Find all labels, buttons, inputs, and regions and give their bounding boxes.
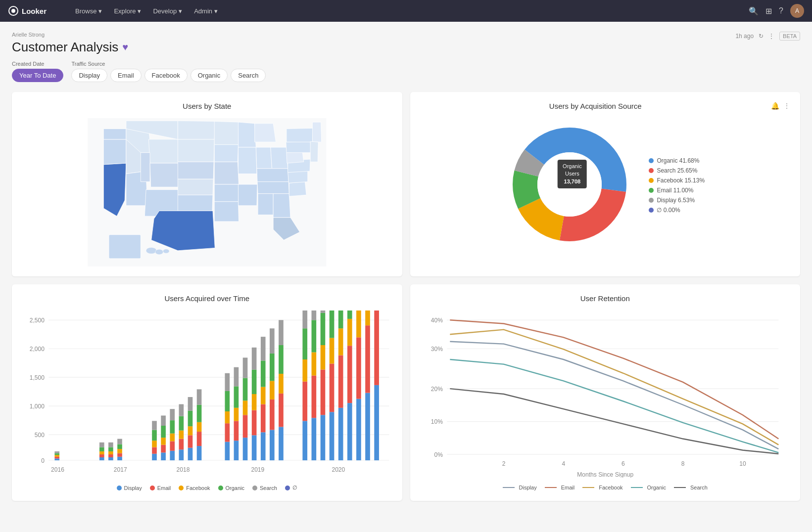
display-legend-dot (117, 486, 122, 490)
svg-rect-74 (99, 454, 104, 457)
user-avatar[interactable]: A (790, 4, 804, 18)
svg-text:2,000: 2,000 (30, 346, 45, 353)
svg-rect-135 (252, 394, 257, 410)
legend-facebook: Facebook 15.13% (649, 177, 705, 184)
grid-icon[interactable]: ⊞ (765, 6, 772, 16)
svg-rect-81 (108, 447, 113, 451)
users-by-state-card: Users by State (12, 92, 402, 276)
year-to-date-pill[interactable]: Year To Date (12, 69, 63, 82)
nav-admin[interactable]: Admin ▾ (189, 4, 223, 18)
svg-rect-72 (54, 451, 59, 453)
svg-text:40%: 40% (430, 317, 442, 324)
legend-display: Display (117, 485, 142, 491)
svg-rect-126 (234, 386, 239, 407)
svg-rect-156 (302, 328, 307, 359)
svg-text:2018: 2018 (177, 466, 190, 473)
legend-search: Search (252, 485, 277, 491)
user-retention-title: User Retention (420, 294, 791, 303)
svg-rect-152 (279, 320, 284, 345)
more-options-icon[interactable]: ⋮ (783, 102, 790, 110)
organic-pill[interactable]: Organic (191, 69, 228, 82)
svg-rect-128 (243, 438, 248, 460)
retention-facebook-label: Facebook (599, 485, 622, 490)
search-pill[interactable]: Search (231, 69, 266, 82)
display-pill[interactable]: Display (71, 69, 107, 82)
favorite-icon[interactable]: ♥ (122, 42, 128, 53)
svg-rect-95 (161, 438, 166, 444)
facebook-pill[interactable]: Facebook (144, 69, 188, 82)
email-pill[interactable]: Email (110, 69, 142, 82)
svg-rect-98 (170, 451, 175, 460)
svg-marker-21 (214, 121, 239, 144)
email-legend-label: Email (157, 485, 171, 491)
acquisition-chart-title: Users by Acquisition Source (420, 102, 771, 110)
chevron-down-icon: ▾ (98, 7, 102, 15)
null-legend-label: ∅ (292, 485, 297, 491)
svg-rect-162 (312, 310, 317, 320)
bell-icon[interactable]: 🔔 (771, 102, 779, 110)
retention-legend-facebook: Facebook (582, 485, 622, 490)
svg-rect-143 (270, 430, 275, 460)
svg-rect-172 (338, 408, 343, 460)
svg-text:6: 6 (621, 460, 625, 467)
svg-marker-29 (255, 124, 276, 142)
svg-rect-136 (252, 370, 257, 394)
organic-line-sample (631, 487, 643, 488)
svg-rect-131 (243, 378, 248, 400)
svg-rect-118 (225, 442, 230, 460)
svg-rect-119 (225, 423, 230, 442)
svg-marker-5 (103, 139, 126, 165)
navbar-logo[interactable]: Looker (8, 5, 47, 16)
svg-marker-17 (178, 162, 214, 179)
svg-rect-83 (117, 457, 122, 460)
svg-rect-100 (170, 434, 175, 442)
facebook-legend-label: Facebook (186, 485, 210, 491)
page-header: Arielle Strong Customer Analysis ♥ 1h ag… (12, 32, 800, 55)
svg-rect-149 (279, 394, 284, 427)
svg-marker-37 (289, 182, 306, 196)
svg-rect-138 (261, 432, 266, 460)
retention-legend: Display Email Facebook Organic Search (420, 485, 791, 490)
svg-rect-177 (347, 346, 352, 403)
search-icon[interactable]: 🔍 (749, 6, 759, 16)
svg-rect-103 (179, 449, 184, 460)
traffic-source-filter: Traffic Source Display Email Facebook Or… (71, 61, 266, 82)
nav-browse[interactable]: Browse ▾ (70, 4, 107, 18)
refresh-icon[interactable]: ↻ (759, 33, 764, 40)
legend-organic: Organic 41.68% (649, 157, 705, 164)
looker-logo-icon (8, 5, 19, 16)
donut-chart: OrganicUsers 13,708 (505, 120, 634, 251)
svg-text:2017: 2017 (114, 466, 127, 473)
svg-rect-187 (374, 310, 379, 385)
nav-develop[interactable]: Develop ▾ (148, 4, 187, 18)
line-chart-svg: 40% 30% 20% 10% 0% 2 4 6 8 10 (420, 310, 791, 478)
search-legend-label: Search (260, 485, 277, 491)
svg-marker-27 (238, 147, 257, 174)
svg-rect-178 (347, 319, 352, 346)
svg-rect-185 (365, 310, 370, 325)
tooltip-label: OrganicUsers (563, 163, 582, 178)
more-options-icon[interactable]: ⋮ (768, 33, 774, 40)
svg-rect-141 (261, 360, 266, 387)
svg-rect-155 (302, 359, 307, 382)
svg-text:2: 2 (502, 460, 505, 467)
navbar-left: Looker Browse ▾ Explore ▾ Develop ▾ Admi… (8, 4, 223, 18)
search-legend-dot (252, 486, 257, 490)
svg-rect-151 (279, 345, 284, 374)
svg-rect-71 (54, 453, 59, 455)
svg-rect-75 (99, 451, 104, 454)
svg-text:500: 500 (35, 432, 45, 439)
svg-text:2020: 2020 (332, 466, 345, 473)
svg-rect-174 (338, 328, 343, 355)
svg-rect-76 (99, 447, 104, 451)
svg-rect-181 (356, 337, 361, 399)
organic-label: Organic 41.68% (657, 157, 699, 164)
svg-marker-32 (257, 169, 288, 182)
svg-rect-99 (170, 441, 175, 450)
nav-explore[interactable]: Explore ▾ (109, 4, 146, 18)
chevron-down-icon: ▾ (138, 7, 141, 15)
svg-rect-85 (117, 449, 122, 453)
help-icon[interactable]: ? (779, 6, 783, 15)
donut-tooltip: OrganicUsers 13,708 (558, 160, 587, 188)
svg-marker-30 (256, 147, 272, 169)
